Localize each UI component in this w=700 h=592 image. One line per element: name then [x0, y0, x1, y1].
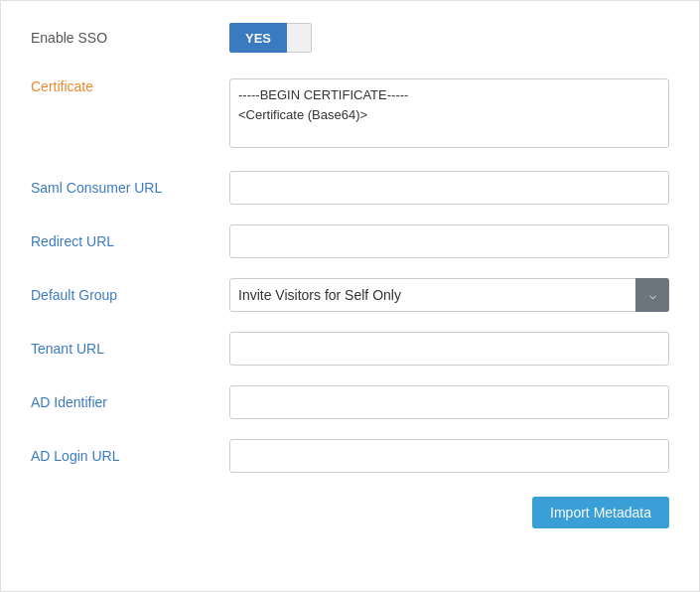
default-group-select[interactable]: Invite Visitors for Self Only Option 2 O…	[229, 278, 669, 312]
ad-identifier-control	[229, 385, 669, 419]
toggle-yes-button[interactable]: YES	[229, 23, 287, 53]
default-group-select-wrap: Invite Visitors for Self Only Option 2 O…	[229, 278, 669, 312]
tenant-url-label: Tenant URL	[31, 341, 229, 357]
toggle-no-button[interactable]	[287, 23, 312, 53]
saml-consumer-url-input[interactable]	[229, 171, 669, 205]
ad-identifier-label: AD Identifier	[31, 394, 229, 410]
saml-consumer-url-label: Saml Consumer URL	[31, 180, 229, 196]
default-group-control: Invite Visitors for Self Only Option 2 O…	[229, 278, 669, 312]
redirect-url-row: Redirect URL	[1, 215, 699, 268]
ad-login-url-label: AD Login URL	[31, 448, 229, 464]
ad-login-url-row: AD Login URL	[1, 429, 699, 483]
ad-login-url-control	[229, 439, 669, 473]
page-container: Enable SSO YES Certificate -----BEGIN CE…	[0, 0, 700, 592]
tenant-url-input[interactable]	[229, 332, 669, 366]
certificate-label: Certificate	[31, 78, 229, 94]
ad-login-url-input[interactable]	[229, 439, 669, 473]
ad-identifier-input[interactable]	[229, 385, 669, 419]
tenant-url-control	[229, 332, 669, 366]
import-metadata-button[interactable]: Import Metadata	[532, 497, 669, 528]
redirect-url-input[interactable]	[229, 224, 669, 258]
certificate-textarea[interactable]: -----BEGIN CERTIFICATE----- <Certificate…	[229, 78, 669, 148]
redirect-url-label: Redirect URL	[31, 233, 229, 249]
default-group-row: Default Group Invite Visitors for Self O…	[1, 268, 699, 322]
footer-row: Import Metadata	[1, 487, 699, 538]
redirect-url-control	[229, 224, 669, 258]
ad-identifier-row: AD Identifier	[1, 375, 699, 429]
tenant-url-row: Tenant URL	[1, 322, 699, 375]
saml-consumer-url-row: Saml Consumer URL	[1, 161, 699, 215]
default-group-label: Default Group	[31, 287, 229, 303]
enable-sso-label: Enable SSO	[31, 30, 229, 46]
certificate-control: -----BEGIN CERTIFICATE----- <Certificate…	[229, 78, 669, 151]
enable-sso-row: Enable SSO YES	[1, 11, 699, 65]
toggle-wrap: YES	[229, 23, 312, 53]
certificate-row: Certificate -----BEGIN CERTIFICATE----- …	[1, 65, 699, 161]
saml-consumer-url-control	[229, 171, 669, 205]
